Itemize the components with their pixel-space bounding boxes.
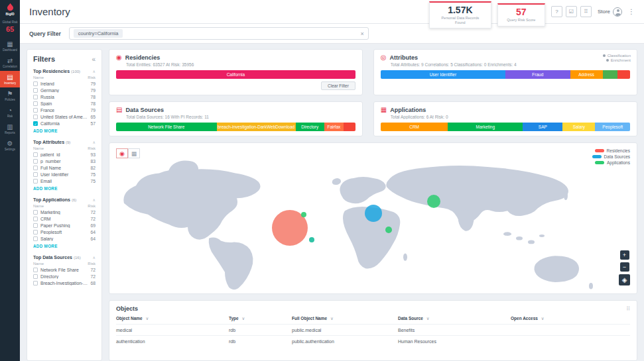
- filter-section-header[interactable]: Top Residencies (100) ∧: [33, 69, 96, 74]
- query-filter-input[interactable]: country=California ×: [69, 27, 369, 40]
- filter-row[interactable]: United States of America 65: [33, 113, 96, 120]
- filter-checkbox[interactable]: [33, 281, 38, 285]
- clear-filter-button[interactable]: Clear Filter: [321, 81, 355, 90]
- filter-checkbox[interactable]: [33, 230, 38, 234]
- filter-checkbox[interactable]: [33, 268, 38, 272]
- filter-checkbox[interactable]: [33, 108, 38, 113]
- zoom-out-button[interactable]: −: [620, 262, 629, 272]
- bar-segment[interactable]: User Identifier: [381, 70, 505, 79]
- tasks-icon[interactable]: ☑: [566, 6, 577, 17]
- filter-checkbox[interactable]: [33, 210, 38, 215]
- help-icon[interactable]: ?: [551, 6, 562, 17]
- bar-segment[interactable]: Salary: [562, 123, 595, 131]
- filter-row[interactable]: Full Name 82: [33, 164, 96, 171]
- filter-row[interactable]: ✓ California 57: [33, 120, 96, 127]
- sort-icon[interactable]: ∨: [426, 316, 430, 321]
- filter-checkbox[interactable]: ✓: [33, 121, 38, 126]
- grid-handle-icon[interactable]: ⠿: [626, 306, 630, 312]
- bar-segment[interactable]: Marketing: [448, 123, 523, 131]
- add-more-link[interactable]: ADD MORE: [33, 186, 96, 191]
- filter-row[interactable]: Ireland 79: [33, 80, 96, 87]
- zoom-in-button[interactable]: +: [620, 250, 629, 260]
- sidebar-item-correlation[interactable]: ⇄Correlation: [0, 54, 20, 71]
- sidebar-item-inventory[interactable]: ▤Inventory: [0, 71, 20, 87]
- bar-segment[interactable]: [617, 70, 630, 79]
- column-header[interactable]: Open Access ∨: [511, 316, 630, 321]
- filter-row[interactable]: Directory 72: [33, 273, 96, 280]
- bar-segment[interactable]: California: [116, 70, 355, 79]
- filter-row[interactable]: CRM 72: [33, 215, 96, 222]
- collapse-section-icon[interactable]: ∧: [93, 69, 96, 74]
- filter-checkbox[interactable]: [33, 152, 38, 157]
- filter-checkbox[interactable]: [33, 81, 38, 86]
- table-row[interactable]: medicalrdbpublic.medicalBenefits: [116, 324, 630, 335]
- filter-section-header[interactable]: Top Data Sources (16) ∧: [33, 255, 96, 260]
- bar-segment[interactable]: [603, 70, 618, 79]
- filter-checkbox[interactable]: [33, 166, 38, 170]
- sidebar-item-settings[interactable]: ⚙Settings: [0, 137, 20, 154]
- sidebar-item-dashboard[interactable]: ▦Dashboard: [0, 38, 20, 54]
- clear-query-icon[interactable]: ×: [360, 30, 363, 37]
- filter-checkbox[interactable]: [33, 101, 38, 106]
- bar-segment[interactable]: [344, 123, 355, 131]
- sidebar-item-risk[interactable]: ◔Risk: [0, 104, 20, 121]
- filter-row[interactable]: Russia 78: [33, 93, 96, 100]
- table-row[interactable]: authenticationrdbpublic.authenticationHu…: [116, 335, 630, 346]
- filter-row[interactable]: Salary 64: [33, 235, 96, 242]
- bar-segment[interactable]: Fairfax: [324, 123, 344, 131]
- applications-bubble[interactable]: [385, 227, 392, 233]
- collapse-section-icon[interactable]: ∧: [93, 140, 96, 144]
- bar-segment[interactable]: Network File Share: [116, 123, 217, 131]
- filter-row[interactable]: Breach-Investigation-Dar... 68: [33, 280, 96, 286]
- sort-icon[interactable]: ∨: [541, 316, 545, 321]
- bar-segment[interactable]: CRM: [381, 123, 448, 131]
- table-view-toggle[interactable]: ▦: [128, 148, 140, 158]
- collapse-section-icon[interactable]: ∧: [93, 197, 96, 202]
- filter-checkbox[interactable]: [33, 172, 38, 177]
- collapse-panel-icon[interactable]: «: [92, 56, 96, 63]
- add-more-link[interactable]: ADD MORE: [33, 244, 96, 248]
- column-header[interactable]: Type ∨: [229, 316, 292, 321]
- sort-icon[interactable]: ∨: [146, 316, 149, 321]
- sort-icon[interactable]: ∨: [330, 316, 334, 321]
- reset-view-button[interactable]: ◈: [619, 274, 630, 285]
- sort-icon[interactable]: ∨: [242, 316, 245, 321]
- bar-segment[interactable]: Peoplesoft: [595, 123, 630, 131]
- bar-segment[interactable]: Address: [570, 70, 603, 79]
- bar-segment[interactable]: Directory: [296, 123, 324, 131]
- applications-bubble[interactable]: [301, 212, 306, 217]
- bigid-logo-icon[interactable]: [6, 3, 15, 11]
- filter-row[interactable]: Peoplesoft 64: [33, 229, 96, 235]
- sidebar-item-reports[interactable]: ▥Reports: [0, 121, 20, 137]
- user-menu[interactable]: Store: [598, 7, 622, 17]
- bar-segment[interactable]: breach-investigation-DarkWebDownload: [217, 123, 296, 131]
- apps-icon[interactable]: ⠿: [580, 6, 592, 17]
- filter-section-header[interactable]: Top Attributes (9) ∧: [33, 140, 96, 144]
- filter-checkbox[interactable]: [33, 159, 38, 164]
- filter-checkbox[interactable]: [33, 236, 38, 241]
- filter-checkbox[interactable]: [33, 217, 38, 221]
- query-filter-chip[interactable]: country=California: [74, 29, 123, 38]
- data-sources-bubble[interactable]: [365, 205, 382, 222]
- add-more-link[interactable]: ADD MORE: [33, 129, 96, 133]
- applications-bubble[interactable]: [427, 195, 440, 208]
- filter-row[interactable]: p_number 83: [33, 158, 96, 164]
- collapse-section-icon[interactable]: ∧: [93, 255, 96, 260]
- kebab-menu-icon[interactable]: ⋮: [628, 8, 635, 15]
- filter-row[interactable]: Spain 78: [33, 100, 96, 107]
- filter-checkbox[interactable]: [33, 274, 38, 279]
- column-header[interactable]: Full Object Name ∨: [292, 316, 398, 321]
- filter-checkbox[interactable]: [33, 88, 38, 93]
- map-view-toggle[interactable]: ◉: [116, 148, 128, 158]
- filter-checkbox[interactable]: [33, 95, 38, 99]
- sidebar-item-policies[interactable]: ⚑Policies: [0, 87, 20, 104]
- column-header[interactable]: Data Source ∨: [398, 316, 511, 321]
- filter-section-header[interactable]: Top Applications (6) ∧: [33, 197, 96, 202]
- applications-bubble[interactable]: [309, 237, 314, 242]
- bar-segment[interactable]: Fraud: [505, 70, 570, 79]
- filter-row[interactable]: Paper Pushing 69: [33, 222, 96, 229]
- filter-row[interactable]: Marketing 72: [33, 209, 96, 215]
- filter-row[interactable]: Germany 79: [33, 87, 96, 93]
- filter-row[interactable]: Network File Share 72: [33, 266, 96, 273]
- filter-row[interactable]: User Identifier 75: [33, 171, 96, 178]
